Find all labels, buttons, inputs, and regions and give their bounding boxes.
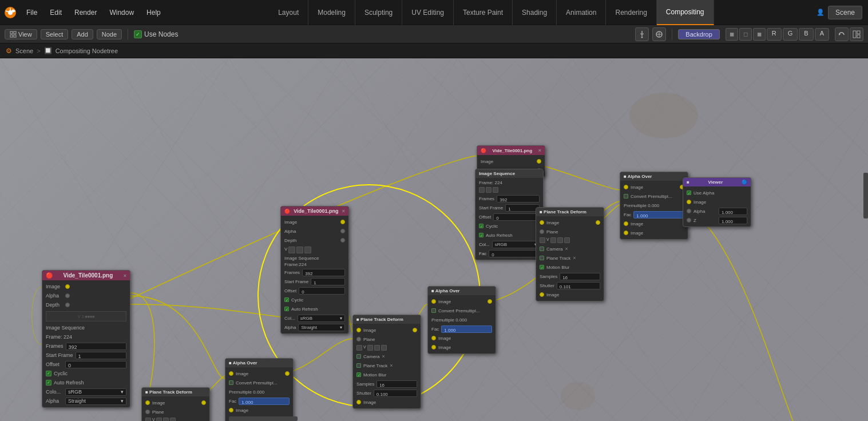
menu-edit[interactable]: Edit bbox=[44, 6, 68, 19]
scene-selector[interactable]: Scene bbox=[828, 6, 862, 19]
fac-field[interactable]: 1.000 bbox=[239, 398, 290, 405]
use-nodes-checkbox[interactable]: ✓ bbox=[134, 30, 142, 38]
alpha-dropdown[interactable]: Straight▾ bbox=[298, 324, 345, 331]
mask-icon1[interactable]: ◼ bbox=[726, 28, 738, 41]
autorefresh-check[interactable]: ✓ bbox=[284, 307, 289, 311]
samples-field[interactable]: 16 bbox=[376, 380, 417, 388]
node-plane-deform-3[interactable]: ■ Plane Track Deform Image Plane V Ca bbox=[536, 207, 604, 301]
scroll-handle-bottom[interactable] bbox=[229, 416, 298, 421]
z-val[interactable]: 1.000 bbox=[719, 217, 747, 224]
samples-field[interactable]: 16 bbox=[560, 273, 600, 280]
tab-uv-editing[interactable]: UV Editing bbox=[402, 0, 454, 25]
toolbar-view[interactable]: View bbox=[5, 29, 37, 39]
node-img-seq-2-close[interactable]: × bbox=[342, 208, 345, 214]
alpha-dropdown[interactable]: Straight▾ bbox=[65, 398, 126, 405]
tab-compositing[interactable]: Compositing bbox=[657, 0, 714, 25]
colorspace-dropdown[interactable]: sRGB▾ bbox=[298, 315, 345, 322]
close[interactable]: × bbox=[390, 363, 393, 368]
fac-field[interactable]: 1.000 bbox=[633, 211, 684, 219]
undo-button[interactable] bbox=[835, 27, 849, 41]
pin-button[interactable] bbox=[635, 27, 649, 41]
node-plane-deform-2-header: ■ Plane Track Deform bbox=[353, 315, 421, 324]
node-img-seq-4-body: Frame: 224 Frames 392 Start Frame 1 Offs… bbox=[475, 178, 543, 260]
menu-file[interactable]: File bbox=[21, 6, 43, 19]
tab-modeling[interactable]: Modeling bbox=[308, 0, 355, 25]
frames-field[interactable]: 392 bbox=[302, 269, 345, 276]
motionblur-check[interactable]: ✓ bbox=[356, 372, 361, 377]
menu-window[interactable]: Window bbox=[104, 6, 140, 19]
toolbar-add[interactable]: Add bbox=[72, 29, 93, 39]
tab-rendering[interactable]: Rendering bbox=[606, 0, 656, 25]
node-row: Z 1.000 bbox=[687, 216, 747, 224]
node-row: Convert Premultipl... bbox=[229, 379, 290, 387]
start-frame-field[interactable]: 1 bbox=[76, 352, 126, 359]
center-button[interactable] bbox=[652, 27, 666, 41]
toolbar-select[interactable]: Select bbox=[41, 29, 69, 39]
offset-field[interactable]: 0 bbox=[65, 361, 126, 368]
fac-field[interactable]: 0 bbox=[489, 250, 540, 257]
close[interactable]: × bbox=[565, 246, 568, 252]
start-field[interactable]: 1 bbox=[505, 204, 540, 212]
motionblur-check[interactable]: ✓ bbox=[540, 265, 544, 269]
top-menu-items: File Edit Render Window Help bbox=[21, 6, 167, 19]
menu-render[interactable]: Render bbox=[69, 6, 102, 19]
breadcrumb-separator: > bbox=[37, 47, 40, 54]
node-alpha-over-3[interactable]: ■ Alpha Over Image Convert Premultipl...… bbox=[620, 172, 688, 240]
node-plane-deform-1[interactable]: ■ Plane Track Deform Image Plane V Ca bbox=[141, 387, 210, 421]
tab-shading[interactable]: Shading bbox=[513, 0, 557, 25]
offset-field[interactable]: 0 bbox=[493, 213, 540, 221]
close[interactable]: × bbox=[573, 255, 576, 261]
fac-field[interactable]: 1.000 bbox=[441, 325, 492, 333]
node-img-seq-1[interactable]: 🔴 Vide_Tile0001.png × Image Alpha Depth … bbox=[42, 270, 130, 408]
node-img-seq-3-close[interactable]: × bbox=[538, 148, 541, 153]
close[interactable]: × bbox=[382, 354, 385, 359]
node-alpha-over-1-body: Image Convert Premultipl... Premultiple … bbox=[225, 367, 293, 421]
node-plane-deform-2[interactable]: ■ Plane Track Deform Image Plane V Ca bbox=[352, 315, 421, 409]
node-row: Image bbox=[229, 370, 290, 378]
node-alpha-over-2[interactable]: ■ Alpha Over Image Convert Premultipl...… bbox=[427, 286, 496, 354]
alpha-val[interactable]: 1.000 bbox=[719, 208, 747, 215]
scroll-handle-right[interactable] bbox=[863, 173, 868, 219]
cyclic-check[interactable]: ✓ bbox=[479, 224, 483, 228]
channel-g[interactable]: G bbox=[783, 28, 798, 41]
node-img-seq-4[interactable]: Image Sequence Frame: 224 Frames 392 Sta… bbox=[475, 169, 544, 260]
offset-field[interactable]: 0 bbox=[299, 287, 345, 295]
cyclic-checkbox[interactable]: ✓ bbox=[46, 371, 51, 376]
node-row: Image bbox=[356, 398, 417, 406]
layout-icon[interactable] bbox=[850, 27, 863, 41]
usealpha-check[interactable]: ✓ bbox=[687, 190, 691, 195]
node-alpha-over-1[interactable]: ■ Alpha Over Image Convert Premultipl...… bbox=[225, 358, 294, 421]
node-img-seq-2[interactable]: 🔴 Vide_Tile0001.png × Image Alpha Depth … bbox=[280, 206, 349, 334]
mask-icon2[interactable]: ◻ bbox=[739, 28, 752, 41]
backdrop-button[interactable]: Backdrop bbox=[678, 29, 719, 39]
color-dropdown[interactable]: sRGB▾ bbox=[492, 241, 540, 248]
canvas-area[interactable]: 🔴 Vide_Tile0001.png × Image Alpha Depth … bbox=[0, 58, 868, 421]
node-row: Start Frame 1 bbox=[479, 204, 540, 212]
user-menu[interactable]: 👤 bbox=[817, 9, 825, 16]
mask-icon3[interactable]: ◼ bbox=[753, 28, 766, 41]
tab-sculpting[interactable]: Sculpting bbox=[355, 0, 402, 25]
shutter-field[interactable]: 0.100 bbox=[374, 390, 417, 397]
toolbar-node[interactable]: Node bbox=[97, 29, 122, 39]
breadcrumb-scene[interactable]: Scene bbox=[15, 47, 33, 54]
node-img-seq-1-close[interactable]: × bbox=[124, 273, 126, 279]
svg-rect-7 bbox=[14, 31, 16, 34]
autorefresh-check[interactable]: ✓ bbox=[479, 233, 483, 237]
colorspace-dropdown[interactable]: sRGB▾ bbox=[65, 388, 126, 396]
node-viewer[interactable]: ■ Viewer 🔵 ✓ Use Alpha Image Alpha 1.000… bbox=[683, 177, 751, 227]
autorefresh-checkbox[interactable]: ✓ bbox=[46, 380, 51, 386]
menu-help[interactable]: Help bbox=[141, 6, 167, 19]
frames-field[interactable]: 392 bbox=[497, 195, 540, 202]
shutter-field[interactable]: 0.101 bbox=[557, 282, 600, 289]
tab-layout[interactable]: Layout bbox=[269, 0, 308, 25]
node-row: ✓ Motion Blur bbox=[356, 371, 417, 379]
cyclic-check[interactable]: ✓ bbox=[284, 297, 289, 302]
channel-a[interactable]: A bbox=[815, 28, 829, 41]
start-field[interactable]: 1 bbox=[311, 278, 345, 285]
channel-b[interactable]: B bbox=[799, 28, 813, 41]
channel-r[interactable]: R bbox=[767, 28, 782, 41]
tab-texture-paint[interactable]: Texture Paint bbox=[454, 0, 513, 25]
tab-animation[interactable]: Animation bbox=[557, 0, 606, 25]
socket bbox=[340, 238, 345, 243]
frames-field[interactable]: 392 bbox=[66, 343, 126, 350]
